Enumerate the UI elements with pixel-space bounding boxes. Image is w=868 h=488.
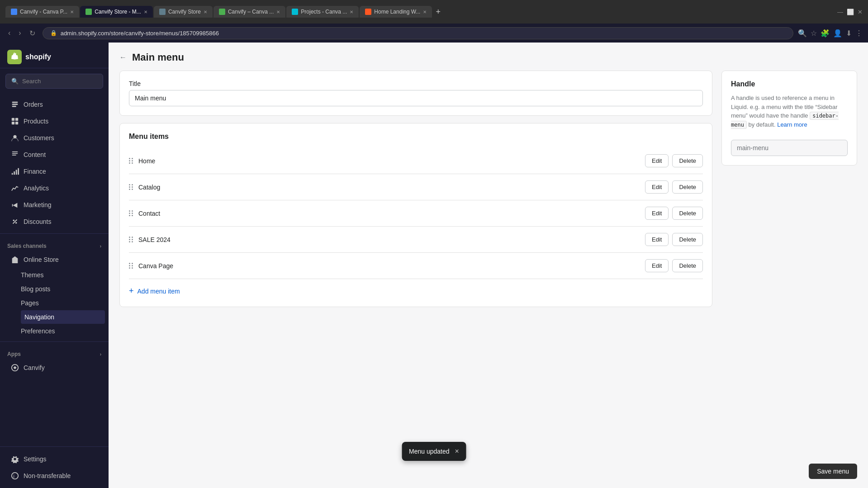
back-nav-button[interactable]: ‹ [5, 28, 13, 38]
svg-rect-2 [12, 106, 16, 107]
download-icon[interactable]: ⬇ [846, 29, 852, 38]
page-header: ← Main menu [109, 43, 868, 71]
add-menu-item-button[interactable]: + Add menu item [129, 279, 703, 298]
search-icon[interactable]: 🔍 [798, 29, 807, 38]
sales-channels-label: Sales channels [7, 243, 47, 249]
add-menu-item-label: Add menu item [138, 288, 180, 295]
tab-4[interactable]: Canvify – Canva ... ✕ [213, 6, 285, 18]
sidebar-item-marketing-label: Marketing [24, 201, 51, 208]
apps-section[interactable]: Apps › [0, 346, 109, 359]
toast-close-button[interactable]: × [455, 447, 459, 455]
title-input[interactable] [129, 90, 703, 106]
shopify-logo[interactable]: shopify [7, 50, 51, 64]
new-tab-button[interactable]: + [433, 6, 443, 18]
tab-5-icon [292, 9, 298, 15]
drag-handle-catalog[interactable] [129, 184, 133, 190]
content-icon [11, 151, 19, 159]
drag-handle-sale2024[interactable] [129, 237, 133, 242]
sidebar-item-preferences[interactable]: Preferences [21, 324, 105, 338]
handle-input[interactable] [731, 140, 848, 156]
tab-6-close[interactable]: ✕ [423, 9, 427, 14]
svg-rect-8 [12, 152, 18, 152]
tab-5[interactable]: Projects - Canva ... ✕ [286, 6, 359, 18]
sales-channels-arrow: › [100, 244, 101, 249]
tab-1[interactable]: Canvify - Canva P... ✕ [5, 6, 79, 18]
plus-icon: + [129, 286, 134, 296]
sidebar-item-non-transferable[interactable]: i Non-transferable [4, 468, 105, 484]
sidebar-item-marketing[interactable]: Marketing [4, 197, 105, 213]
delete-contact-button[interactable]: Delete [672, 207, 703, 220]
edit-canvapage-button[interactable]: Edit [645, 259, 669, 272]
tab-3[interactable]: Canvify Store ✕ [154, 6, 213, 18]
handle-title: Handle [731, 80, 848, 88]
profile-icon[interactable]: 👤 [833, 29, 842, 38]
star-icon[interactable]: ☆ [811, 29, 817, 38]
save-menu-button[interactable]: Save menu [809, 464, 857, 479]
sidebar-item-online-store[interactable]: Online Store [4, 251, 105, 268]
sidebar-item-customers[interactable]: Customers [4, 130, 105, 146]
svg-rect-3 [12, 118, 14, 121]
non-transferable-label: Non-transferable [24, 472, 71, 479]
tab-1-label: Canvify - Canva P... [20, 9, 67, 15]
menu-item-contact-actions: Edit Delete [645, 207, 703, 220]
delete-catalog-button[interactable]: Delete [672, 180, 703, 194]
url-bar[interactable]: 🔒 admin.shopify.com/store/canvify-store/… [43, 27, 793, 39]
shopify-logo-icon [7, 50, 22, 64]
menu-item-home-label: Home [138, 157, 640, 165]
drag-handle-contact[interactable] [129, 210, 133, 216]
edit-sale2024-button[interactable]: Edit [645, 233, 669, 246]
blog-posts-label: Blog posts [21, 285, 50, 293]
marketing-icon [11, 201, 19, 209]
sidebar-item-blog-posts[interactable]: Blog posts [21, 282, 105, 296]
sidebar-item-canvify[interactable]: Canvify [4, 360, 105, 376]
menu-item-catalog: Catalog Edit Delete [129, 174, 703, 200]
tab-3-close[interactable]: ✕ [204, 9, 207, 14]
menu-item-home-actions: Edit Delete [645, 154, 703, 167]
sidebar-item-analytics[interactable]: Analytics [4, 180, 105, 196]
delete-home-button[interactable]: Delete [672, 154, 703, 167]
extensions-icon[interactable]: 🧩 [821, 29, 830, 38]
window-controls: —⬜✕ [837, 9, 863, 15]
tab-2[interactable]: Canvify Store - M... ✕ [80, 6, 153, 18]
sidebar-item-orders[interactable]: Orders [4, 96, 105, 113]
edit-contact-button[interactable]: Edit [645, 207, 669, 220]
sidebar-item-settings[interactable]: Settings [4, 451, 105, 467]
learn-more-link[interactable]: Learn more [777, 121, 807, 128]
menu-icon[interactable]: ⋮ [855, 29, 863, 38]
svg-rect-6 [15, 122, 18, 124]
url-text: admin.shopify.com/store/canvify-store/me… [61, 30, 219, 37]
sidebar-item-themes[interactable]: Themes [21, 268, 105, 282]
tab-5-close[interactable]: ✕ [350, 9, 353, 14]
tab-1-close[interactable]: ✕ [70, 9, 74, 14]
tab-2-close[interactable]: ✕ [144, 9, 147, 14]
online-store-icon [11, 256, 19, 264]
edit-catalog-button[interactable]: Edit [645, 180, 669, 194]
sales-channels-section[interactable]: Sales channels › [0, 237, 109, 251]
drag-handle-canvapage[interactable] [129, 263, 133, 269]
menu-item-catalog-actions: Edit Delete [645, 180, 703, 194]
sidebar-item-discounts[interactable]: Discounts [4, 213, 105, 230]
drag-handle-home[interactable] [129, 158, 133, 164]
sidebar-item-content[interactable]: Content [4, 147, 105, 163]
sidebar-item-products[interactable]: Products [4, 113, 105, 129]
svg-point-15 [13, 220, 15, 222]
sidebar-item-finance[interactable]: Finance [4, 163, 105, 180]
tab-6[interactable]: Home Landing W... ✕ [360, 6, 432, 18]
edit-home-button[interactable]: Edit [645, 154, 669, 167]
tab-4-close[interactable]: ✕ [276, 9, 280, 14]
sidebar-search[interactable]: 🔍 Search [5, 74, 103, 89]
sidebar: shopify 🔍 Search Orders Products [0, 43, 109, 488]
sidebar-item-pages[interactable]: Pages [21, 296, 105, 310]
reload-button[interactable]: ↻ [27, 28, 38, 38]
settings-icon [11, 455, 19, 463]
sidebar-bottom: Settings i Non-transferable [0, 446, 109, 488]
delete-sale2024-button[interactable]: Delete [672, 233, 703, 246]
products-icon [11, 117, 19, 125]
tab-3-icon [159, 9, 166, 15]
tab-2-icon [85, 9, 92, 15]
forward-nav-button[interactable]: › [16, 28, 24, 38]
back-button[interactable]: ← [119, 53, 127, 62]
delete-canvapage-button[interactable]: Delete [672, 259, 703, 272]
lock-icon: 🔒 [50, 30, 57, 36]
sidebar-item-navigation[interactable]: Navigation [21, 310, 105, 324]
